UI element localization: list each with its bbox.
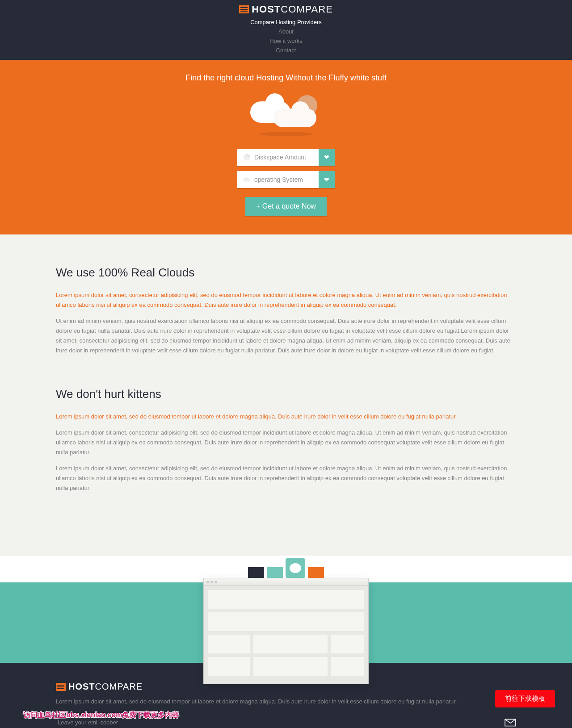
cloud-icon	[243, 176, 251, 184]
section-heading: We don't hurt kittens	[56, 387, 516, 401]
diskspace-dropdown-button[interactable]: ❤	[319, 149, 335, 166]
section-heading: We use 100% Real Clouds	[56, 266, 516, 280]
section-paragraph: Ut enim ad minim veniam, quis nostrud ex…	[56, 316, 516, 356]
download-template-button[interactable]: 前往下载模板	[495, 690, 555, 707]
footer-text: Lorem ipsum dolor sit amet, sed do eiusm…	[56, 698, 516, 705]
section-kittens: We don't hurt kittens Lorem ipsum dolor …	[56, 387, 516, 494]
nav-compare[interactable]: Compare Hosting Providers	[0, 18, 572, 26]
overlay-visit-text: 访问血鸟社区bbs.xieniao.com免费下载更多内容	[23, 711, 179, 720]
diskspace-selector-main: Diskspace Amount	[237, 149, 319, 166]
logo-light: COMPARE	[281, 4, 333, 15]
os-selector-label: operating System	[254, 176, 303, 183]
logo-icon	[239, 5, 249, 13]
logo[interactable]: HOSTCOMPARE	[239, 4, 333, 15]
os-selector-main: operating System	[237, 171, 319, 188]
logo-bold: HOST	[68, 682, 95, 691]
selector-group: Diskspace Amount ❤ operating System ❤ + …	[0, 149, 572, 216]
diskspace-selector[interactable]: Diskspace Amount ❤	[237, 149, 335, 166]
os-dropdown-button[interactable]: ❤	[319, 171, 335, 188]
chevron-down-icon: ❤	[324, 154, 329, 161]
cloud-shadow	[259, 132, 313, 136]
browser-tab	[267, 567, 283, 578]
browser-frame	[203, 578, 369, 684]
nav-about[interactable]: About	[0, 27, 572, 36]
browser-illustration	[203, 556, 369, 684]
main-nav: Compare Hosting Providers About How it w…	[0, 18, 572, 54]
section-real-clouds: We use 100% Real Clouds Lorem ipsum dolo…	[56, 266, 516, 356]
header: HOSTCOMPARE Compare Hosting Providers Ab…	[0, 0, 572, 60]
nav-contact[interactable]: Contact	[0, 46, 572, 54]
cloud-icon	[273, 109, 316, 127]
hero: Find the right cloud Hosting Without the…	[0, 60, 572, 234]
browser-bar	[204, 578, 368, 586]
section-paragraph: Lorem ipsum dolor sit amet, consectetur …	[56, 428, 516, 457]
chevron-down-icon: ❤	[324, 176, 329, 183]
os-selector[interactable]: operating System ❤	[237, 171, 335, 188]
browser-tab	[248, 567, 264, 578]
get-quote-button[interactable]: + Get a quote Now	[245, 197, 327, 216]
footer-logo[interactable]: HOSTCOMPARE	[56, 682, 143, 692]
cloud-illustration	[246, 92, 326, 136]
content: We use 100% Real Clouds Lorem ipsum dolo…	[29, 234, 543, 556]
hero-title: Find the right cloud Hosting Without the…	[0, 73, 572, 83]
mail-icon[interactable]	[505, 719, 516, 727]
section-paragraph: Lorem ipsum dolor sit amet, consectetur …	[56, 464, 516, 493]
section-intro: Lorem ipsum dolor sit amet, sed do eiusm…	[56, 412, 516, 422]
browser-section	[0, 556, 572, 663]
chat-icon	[286, 558, 305, 578]
browser-tab	[308, 567, 324, 578]
section-intro: Lorem ipsum dolor sit amet, consectetur …	[56, 290, 516, 310]
logo-icon	[56, 683, 66, 691]
nav-how-it-works[interactable]: How it works	[0, 37, 572, 45]
diskspace-selector-label: Diskspace Amount	[254, 154, 306, 161]
logo-light: COMPARE	[95, 682, 143, 691]
logo-bold: HOST	[252, 4, 281, 15]
disk-icon	[243, 153, 251, 161]
